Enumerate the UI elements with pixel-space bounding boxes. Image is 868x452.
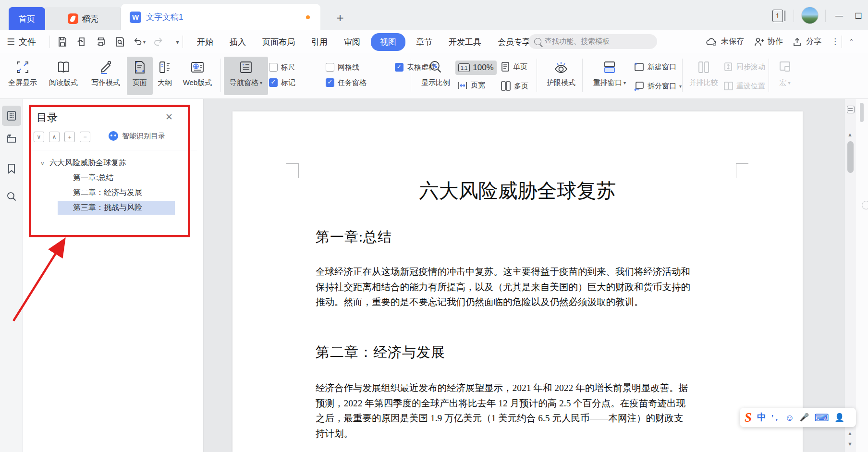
ruler-toggle-button[interactable] <box>847 106 855 113</box>
keyboard-button[interactable]: ⌨ <box>815 413 829 423</box>
document-page[interactable]: 六大风险威胁全球复苏 第一章:总结 全球经济正在从这场新冠疫情的冲击中复苏。这主… <box>232 111 803 452</box>
redo-button-disabled[interactable] <box>152 36 165 49</box>
tab-dev-tools[interactable]: 开发工具 <box>443 33 487 51</box>
new-window-button[interactable]: 新建窗口 <box>633 61 676 72</box>
scrollbar-thumb[interactable] <box>847 141 854 173</box>
rearrange-windows-button[interactable]: 重排窗口▾ <box>587 57 632 95</box>
expand-all-button[interactable]: ∨ <box>34 132 44 142</box>
expand-level-button[interactable]: ＋ <box>64 132 75 142</box>
tab-document[interactable]: W 文字文稿1 <box>121 4 320 30</box>
toc-item-chapter3-selected[interactable]: 第三章：挑战与风险 <box>23 200 204 215</box>
ruler-checkbox[interactable]: 标尺 <box>269 63 313 72</box>
file-menu-button[interactable]: ☰ 文件 <box>7 34 36 49</box>
chapter-panel-button[interactable] <box>2 129 21 149</box>
tab-references[interactable]: 引用 <box>306 33 333 51</box>
next-page-button[interactable]: ▼ <box>847 441 853 447</box>
mini-scrollbar-thumb[interactable] <box>860 103 864 122</box>
outline-view-button[interactable]: 大纲 <box>153 57 177 95</box>
ime-toolbar[interactable]: S 中 ’， ☺ 🎤 ⌨ 👤 <box>740 408 856 427</box>
page-width-button[interactable]: 页宽 <box>457 81 485 90</box>
toc-item-label: 第三章：挑战与风险 <box>73 203 142 213</box>
web-layout-button[interactable]: Web版式 <box>177 57 218 95</box>
single-page-button[interactable]: 单页 <box>501 61 527 72</box>
tree-chevron-icon[interactable]: ∨ <box>40 160 45 167</box>
ribbon-tabs: 开始 插入 页面布局 引用 审阅 视图 章节 开发工具 会员专享 <box>191 33 536 51</box>
document-canvas-area[interactable]: 六大风险威胁全球复苏 第一章:总结 全球经济正在从这场新冠疫情的冲击中复苏。这主… <box>204 99 868 452</box>
minimize-button[interactable]: — <box>832 11 846 21</box>
bookmark-panel-button[interactable] <box>2 159 21 179</box>
new-window-label: 新建窗口 <box>648 62 676 72</box>
collapse-all-button[interactable]: ∧ <box>49 132 60 142</box>
collaborate-button[interactable]: 协作 <box>754 37 783 47</box>
smart-toc-label: 智能识别目录 <box>122 132 165 141</box>
maximize-button[interactable]: ☐ <box>851 9 866 23</box>
find-panel-button[interactable] <box>2 186 21 207</box>
scroll-up-arrow[interactable]: ▲ <box>847 132 853 137</box>
collapse-level-button[interactable]: − <box>80 132 90 142</box>
tab-home[interactable]: 首页 <box>9 7 45 30</box>
write-mode-button[interactable]: 写作模式 <box>86 57 126 95</box>
export-pdf-button[interactable] <box>75 36 88 49</box>
print-button[interactable] <box>94 36 107 49</box>
sogou-logo-icon[interactable]: S <box>745 411 752 424</box>
ratio-1-1-icon: 1:1 <box>458 63 470 72</box>
toc-item-chapter2[interactable]: 第二章：经济与发展 <box>23 185 204 200</box>
microphone-button[interactable]: 🎤 <box>800 414 809 421</box>
macro-button-disabled: 宏▾ <box>772 57 797 95</box>
window-count-button[interactable]: 1 <box>772 9 789 23</box>
new-tab-button[interactable]: ＋ <box>331 9 349 26</box>
task-pane-checkbox[interactable]: 任务窗格 <box>326 78 367 87</box>
ime-profile-button[interactable]: 👤 <box>834 414 844 422</box>
smart-toc-button[interactable]: 智能识别目录 <box>109 131 165 141</box>
fullscreen-button[interactable]: 全屏显示 <box>4 57 41 95</box>
tab-page-layout[interactable]: 页面布局 <box>257 33 301 51</box>
more-options-button[interactable]: ⋮ <box>831 37 839 47</box>
ime-punctuation-mode[interactable]: ’， <box>771 413 780 422</box>
toc-item-chapter1[interactable]: 第一章:总结 <box>23 171 204 185</box>
tab-section[interactable]: 章节 <box>410 33 438 51</box>
customize-toolbar-button[interactable]: ▾ <box>171 36 184 49</box>
tab-start[interactable]: 开始 <box>191 33 219 51</box>
multi-page-button[interactable]: 多页 <box>501 81 528 91</box>
split-window-button[interactable]: 拆分窗口 ▾ <box>633 81 682 91</box>
zoom-100-button-active[interactable]: 1:1 100% <box>455 61 497 75</box>
fullscreen-icon <box>15 60 30 75</box>
tab-docer[interactable]: 稻壳 <box>45 7 121 30</box>
gridlines-checkbox[interactable]: 网格线 <box>326 63 382 72</box>
share-button[interactable]: 分享 <box>793 37 821 47</box>
search-placeholder: 查找功能、搜索模板 <box>545 37 610 46</box>
ime-language-mode[interactable]: 中 <box>757 411 766 424</box>
zoom-button[interactable]: 显示比例 <box>417 57 454 95</box>
tab-review[interactable]: 审阅 <box>338 33 366 51</box>
read-layout-button[interactable]: 阅读版式 <box>43 57 84 95</box>
catalog-panel-button-active[interactable] <box>2 106 21 126</box>
save-status-button[interactable]: 未保存 <box>706 37 744 47</box>
reset-position-label: 重设位置 <box>736 82 765 91</box>
single-page-label: 单页 <box>513 62 527 72</box>
nav-pane-button-active[interactable]: 导航窗格▾ <box>224 57 268 95</box>
print-preview-button[interactable] <box>113 36 126 49</box>
marks-checkbox[interactable]: 标记 <box>269 78 313 87</box>
previous-page-button[interactable]: ▲ <box>847 430 853 436</box>
menu-bar: ☰ 文件 ▾ ▾ <box>0 30 868 53</box>
zoom-percent-icon <box>428 60 443 75</box>
save-button[interactable] <box>56 36 69 49</box>
page-view-button-active[interactable]: 页面 <box>127 57 153 95</box>
write-mode-icon <box>98 60 113 75</box>
user-avatar[interactable] <box>801 7 819 24</box>
collapse-ribbon-button[interactable]: ⌃ <box>849 38 854 45</box>
toc-item-label: 六大风险威胁全球复苏 <box>49 158 126 168</box>
emoji-button[interactable]: ☺ <box>785 413 794 422</box>
redo-icon <box>153 36 164 48</box>
caret-down-icon: ▾ <box>260 80 262 86</box>
close-icon[interactable]: ✕ <box>165 111 173 122</box>
eye-protection-button[interactable]: 护眼模式 <box>541 57 581 95</box>
search-input[interactable]: 查找功能、搜索模板 <box>528 34 657 49</box>
tab-view-active[interactable]: 视图 <box>371 33 405 51</box>
vertical-scrollbar[interactable]: ▲ ▲ ▼ <box>844 99 856 452</box>
divider <box>32 150 197 150</box>
undo-button[interactable]: ▾ <box>133 36 146 49</box>
toc-item-root[interactable]: ∨ 六大风险威胁全球复苏 <box>23 156 204 171</box>
tab-insert[interactable]: 插入 <box>224 33 252 51</box>
single-page-icon <box>501 61 510 72</box>
